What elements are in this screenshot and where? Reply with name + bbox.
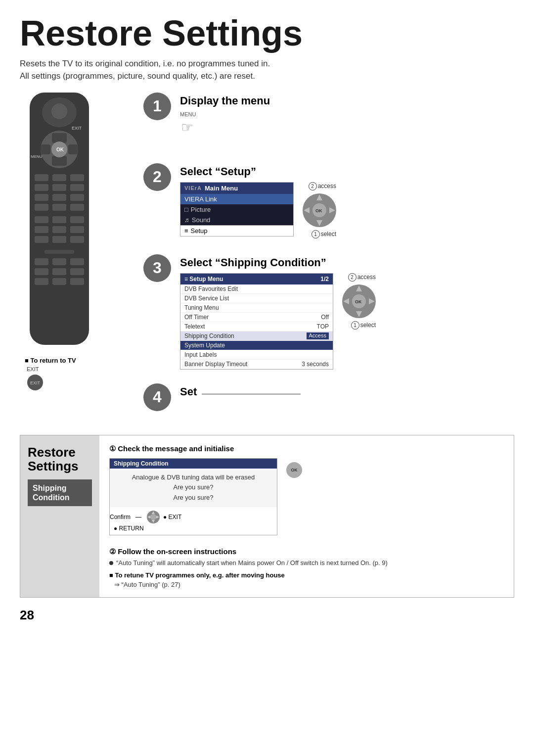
setup-row-teletext: Teletext TOP <box>180 322 333 331</box>
svg-point-61 <box>150 514 156 520</box>
svg-text:OK: OK <box>315 208 322 213</box>
dpad-visual-3: OK <box>341 284 377 319</box>
svg-rect-26 <box>70 216 84 223</box>
setup-row-banner: Banner Display Timeout 3 seconds <box>180 360 333 369</box>
bottom-sidebar: Restore Settings Shipping Condition <box>20 435 99 597</box>
svg-text:☞: ☞ <box>181 120 193 135</box>
retune-title: ■ To retune TV programmes only, e.g. aft… <box>109 571 504 579</box>
svg-text:OK: OK <box>56 147 64 152</box>
svg-rect-42 <box>70 278 84 285</box>
retune-arrow: ⇒ “Auto Tuning” (p. 27) <box>114 581 504 588</box>
viera-main-menu: VIErA Main Menu VIERA Link □ Picture ♬ S… <box>180 182 294 236</box>
svg-rect-24 <box>35 216 48 223</box>
step-3-title: Select “Shipping Condition” <box>180 256 377 269</box>
svg-text:OK: OK <box>355 299 362 304</box>
return-to-tv: ■ To return to TV EXIT EXIT <box>25 357 129 393</box>
return-label: ● RETURN <box>110 524 277 535</box>
check-msg-title: ① Check the message and initialise <box>109 444 504 453</box>
setup-row-dvb-fav: DVB Favourites Edit <box>180 284 333 294</box>
remote-control-svg: EXIT OK MENU <box>20 93 99 350</box>
svg-rect-16 <box>52 184 66 191</box>
svg-rect-30 <box>35 236 48 243</box>
svg-rect-37 <box>35 268 48 275</box>
shipping-dialog: Shipping Condition Analogue & DVB tuning… <box>109 458 277 535</box>
set-line <box>202 394 301 394</box>
setup-row-offtimer: Off Timer Off <box>180 313 333 322</box>
menu-item-sound: ♬ Sound <box>180 215 293 225</box>
step-4-content: Set <box>180 383 301 402</box>
step-2-content: Select “Setup” VIErA Main Menu VIERA Lin… <box>180 163 337 240</box>
follow-title: ② Follow the on-screen instructions <box>109 547 504 556</box>
svg-rect-13 <box>52 174 66 181</box>
menu-item-picture: □ Picture <box>180 204 293 215</box>
step-3-row: 3 Select “Shipping Condition” ≡ Setup Me… <box>143 254 514 370</box>
setup-row-shipping: Shipping Condition Access <box>180 331 333 341</box>
step-2-menu-area: VIErA Main Menu VIERA Link □ Picture ♬ S… <box>180 182 337 240</box>
svg-rect-18 <box>35 194 48 201</box>
ok-button-dialog: OK <box>286 462 302 478</box>
setup-menu-header: ≡ Setup Menu 1/2 <box>180 274 333 284</box>
svg-rect-32 <box>70 236 84 243</box>
svg-rect-17 <box>70 184 84 191</box>
setup-row-dvb-service: DVB Service List <box>180 294 333 303</box>
step-1-instruction: MENU <box>180 111 270 117</box>
step-3-circle: 3 <box>143 254 171 282</box>
svg-rect-41 <box>52 278 66 285</box>
step-1-title: Display the menu <box>180 94 270 107</box>
step-3-dpad: 2access OK <box>341 273 377 330</box>
step-1-circle: 1 <box>143 93 171 120</box>
shipping-dialog-body: Analogue & DVB tuning data will be erase… <box>110 469 277 507</box>
page-number: 28 <box>0 603 534 633</box>
svg-rect-40 <box>35 278 48 285</box>
svg-rect-34 <box>35 258 48 265</box>
svg-rect-21 <box>35 204 48 211</box>
svg-rect-35 <box>52 258 66 265</box>
dialog-area: Shipping Condition Analogue & DVB tuning… <box>109 458 504 541</box>
svg-rect-31 <box>52 236 66 243</box>
svg-rect-22 <box>52 204 66 211</box>
svg-rect-19 <box>52 194 66 201</box>
step-4-circle: 4 <box>143 383 171 411</box>
bullet-dot <box>109 561 113 565</box>
menu-hand-icon: ☞ <box>180 120 210 147</box>
svg-rect-8 <box>68 144 78 154</box>
bullet-text-1: “Auto Tuning” will automatically start w… <box>109 559 504 567</box>
svg-text:EXIT: EXIT <box>30 380 41 385</box>
setup-row-system-update: System Update <box>180 341 333 350</box>
step-2-title: Select “Setup” <box>180 165 337 178</box>
step-3-content: Select “Shipping Condition” ≡ Setup Menu… <box>180 254 377 370</box>
sidebar-shipping-box: Shipping Condition <box>28 479 92 506</box>
step-1-content: Display the menu MENU ☞ <box>180 93 270 149</box>
svg-rect-39 <box>70 268 84 275</box>
menu-item-setup: ≡ Setup <box>180 225 293 236</box>
svg-text:EXIT: EXIT <box>72 126 82 131</box>
svg-text:MENU: MENU <box>31 154 43 159</box>
setup-row-input-labels: Input Labels <box>180 350 333 360</box>
dpad-visual: OK <box>302 192 337 228</box>
step-2-row: 2 Select “Setup” VIErA Main Menu VIERA L… <box>143 163 514 240</box>
steps-column: 1 Display the menu MENU ☞ 2 Select “Setu… <box>129 93 514 425</box>
step-3-menu-area: ≡ Setup Menu 1/2 DVB Favourites Edit DVB… <box>180 273 377 370</box>
svg-rect-36 <box>70 258 84 265</box>
svg-rect-25 <box>52 216 66 223</box>
svg-rect-15 <box>35 184 48 191</box>
subtitle: Resets the TV to its original condition,… <box>0 57 534 93</box>
step-4-title: Set <box>180 385 197 398</box>
step-1-row: 1 Display the menu MENU ☞ <box>143 93 514 149</box>
svg-rect-14 <box>70 174 84 181</box>
setup-row-tuning: Tuning Menu <box>180 303 333 313</box>
viera-menu-header: VIErA Main Menu <box>180 183 293 194</box>
dpad-svg-3: OK <box>341 284 377 319</box>
retune-section: ■ To retune TV programmes only, e.g. aft… <box>109 571 504 588</box>
step-4-row: 4 Set <box>143 383 514 411</box>
svg-rect-20 <box>70 194 84 201</box>
bottom-section: Restore Settings Shipping Condition ① Ch… <box>20 435 514 598</box>
confirm-dpad-icon <box>146 510 160 524</box>
svg-rect-33 <box>44 250 74 254</box>
step-2-dpad: 2access OK <box>302 182 337 238</box>
confirm-row: Confirm — ● EXIT <box>110 510 277 524</box>
dpad-svg: OK <box>302 192 337 228</box>
svg-rect-38 <box>52 268 66 275</box>
svg-rect-29 <box>70 226 84 233</box>
svg-rect-12 <box>35 174 48 181</box>
